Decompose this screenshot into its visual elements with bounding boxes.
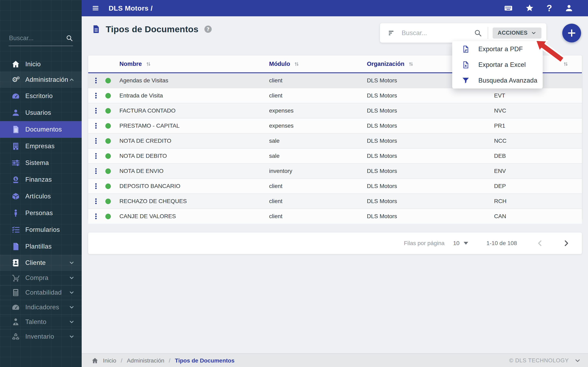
search-icon[interactable] <box>66 34 73 42</box>
row-menu-icon[interactable] <box>92 137 100 145</box>
table-row[interactable]: PRESTAMO - CAPITAL expenses DLS Motors P… <box>88 118 582 133</box>
status-dot <box>105 214 111 219</box>
sidebar-item-label: Formularios <box>25 226 60 234</box>
sidebar-item-administracion[interactable]: Administración <box>0 72 82 87</box>
sort-icon[interactable] <box>293 61 300 67</box>
help-icon[interactable]: ? <box>546 4 552 12</box>
cell-codigo: RCH <box>494 198 582 205</box>
menu-item-exportar-pdf[interactable]: Exportar a PDF <box>452 42 543 57</box>
sort-icon[interactable] <box>145 61 152 67</box>
menu-item-exportar-excel[interactable]: Exportar a Excel <box>452 57 543 73</box>
sidebar-item-inicio[interactable]: Inicio <box>0 57 82 72</box>
sidebar-item-indicadores[interactable]: Indicadores <box>0 300 82 314</box>
row-menu-icon[interactable] <box>92 122 100 129</box>
sidebar-item-talento[interactable]: Talento <box>0 315 82 329</box>
home-icon <box>11 60 20 68</box>
sidebar-search-input[interactable] <box>9 34 66 42</box>
cell-modulo: sale <box>269 153 367 159</box>
table-body: Agendas de Visitas client DLS Motors Ent… <box>88 73 582 224</box>
breadcrumb-separator: / <box>169 358 171 364</box>
sidebar-item-label: Escritorio <box>25 92 53 100</box>
sidebar-item-compra[interactable]: Compra <box>0 271 82 285</box>
add-button[interactable] <box>562 24 581 42</box>
sidebar-item-finanzas[interactable]: Finanzas <box>0 171 82 188</box>
star-icon[interactable] <box>525 4 534 12</box>
rows-per-page-select[interactable]: 10 <box>453 240 468 247</box>
sidebar-item-label: Indicadores <box>25 304 59 311</box>
cell-nombre: Agendas de Visitas <box>120 77 269 84</box>
sidebar-item-escritorio[interactable]: Escritorio <box>0 88 82 104</box>
sidebar-item-cliente[interactable]: Cliente <box>0 255 82 270</box>
sidebar-item-plantillas[interactable]: Plantillas <box>0 238 82 255</box>
sidebar-item-usuarios[interactable]: Usuarios <box>0 104 82 121</box>
sidebar-nav: Inicio Administración Escritorio Usuario… <box>0 57 82 344</box>
cell-modulo: inventory <box>269 168 367 174</box>
home-icon[interactable] <box>91 357 98 364</box>
app-title: DLS Motors / <box>109 4 153 12</box>
person-icon <box>11 209 20 217</box>
sidebar: Inicio Administración Escritorio Usuario… <box>0 0 82 367</box>
table-row[interactable]: DEPOSITO BANCARIO client DLS Motors DEP <box>88 178 582 193</box>
sidebar-item-sistema[interactable]: Sistema <box>0 155 82 171</box>
next-page-icon[interactable] <box>562 239 571 248</box>
actions-button[interactable]: ACCIONES <box>493 27 541 39</box>
row-menu-icon[interactable] <box>92 77 100 84</box>
footer: Inicio / Administración / Tipos de Docum… <box>82 353 588 367</box>
column-header-modulo[interactable]: Módulo <box>269 60 367 67</box>
gauge-icon <box>11 92 20 100</box>
row-menu-icon[interactable] <box>92 92 100 99</box>
row-menu-icon[interactable] <box>92 183 100 190</box>
cell-codigo: EVT <box>494 92 582 99</box>
filter-lines-icon[interactable] <box>388 29 396 37</box>
breadcrumb-administracion[interactable]: Administración <box>127 358 164 364</box>
sort-icon[interactable] <box>408 61 414 67</box>
chevron-down-icon <box>69 260 75 266</box>
table-row[interactable]: Entrada de Visita client DLS Motors EVT <box>88 88 582 103</box>
breadcrumb: Inicio / Administración / Tipos de Docum… <box>91 357 234 364</box>
breadcrumb-inicio[interactable]: Inicio <box>103 358 116 364</box>
topbar: DLS Motors / ? <box>82 0 588 16</box>
table-row[interactable]: FACTURA CONTADO expenses DLS Motors NVC <box>88 103 582 118</box>
sidebar-item-articulos[interactable]: Artículos <box>0 188 82 205</box>
search-icon[interactable] <box>474 29 482 37</box>
sidebar-item-contabilidad[interactable]: Contabilidad <box>0 285 82 300</box>
user-icon <box>11 108 20 117</box>
pagination-bar: Filas por página 10 1-10 de 108 <box>88 233 582 254</box>
table-row[interactable]: NOTA DE ENVIO inventory DLS Motors ENV <box>88 163 582 178</box>
sidebar-item-empresas[interactable]: Empresas <box>0 138 82 155</box>
hamburger-menu-icon[interactable] <box>91 5 100 12</box>
file-icon <box>11 242 20 251</box>
previous-page-icon[interactable] <box>536 239 544 248</box>
row-menu-icon[interactable] <box>92 107 100 114</box>
menu-item-busqueda-avanzada[interactable]: Busqueda Avanzada <box>452 73 543 89</box>
sidebar-item-personas[interactable]: Personas <box>0 205 82 221</box>
sort-icon[interactable] <box>562 61 569 67</box>
person-tie-icon <box>11 318 20 326</box>
table-row[interactable]: NOTA DE CREDITO sale DLS Motors NCC <box>88 133 582 148</box>
menu-item-label: Busqueda Avanzada <box>478 77 537 84</box>
sidebar-item-label: Inicio <box>25 60 41 68</box>
cell-modulo: client <box>269 77 367 84</box>
cell-modulo: expenses <box>269 108 367 114</box>
table-row[interactable]: NOTA DE DEBITO sale DLS Motors DEB <box>88 148 582 163</box>
cell-organizacion: DLS Motors <box>367 213 494 220</box>
row-menu-icon[interactable] <box>92 198 100 205</box>
keyboard-icon[interactable] <box>504 4 513 12</box>
sidebar-item-inventario[interactable]: Inventario <box>0 329 82 344</box>
row-menu-icon[interactable] <box>92 213 100 220</box>
row-menu-icon[interactable] <box>92 152 100 160</box>
search-input[interactable] <box>401 29 474 37</box>
copyright: © DLS TECHNOLOGY <box>509 357 588 364</box>
sidebar-item-documentos[interactable]: Documentos <box>0 121 82 138</box>
row-menu-icon[interactable] <box>92 167 100 175</box>
table-row[interactable]: RECHAZO DE CHEQUES client DLS Motors RCH <box>88 193 582 209</box>
calculator-icon <box>11 288 20 297</box>
column-header-nombre[interactable]: Nombre <box>120 60 269 67</box>
sidebar-search[interactable] <box>9 34 73 46</box>
table-row[interactable]: CANJE DE VALORES client DLS Motors CAN <box>88 209 582 224</box>
help-circle-icon[interactable] <box>204 25 212 33</box>
cell-nombre: CANJE DE VALORES <box>120 213 269 220</box>
sidebar-item-formularios[interactable]: Formularios <box>0 221 82 238</box>
user-profile-icon[interactable] <box>565 4 573 12</box>
chevron-down-icon[interactable] <box>574 357 581 364</box>
